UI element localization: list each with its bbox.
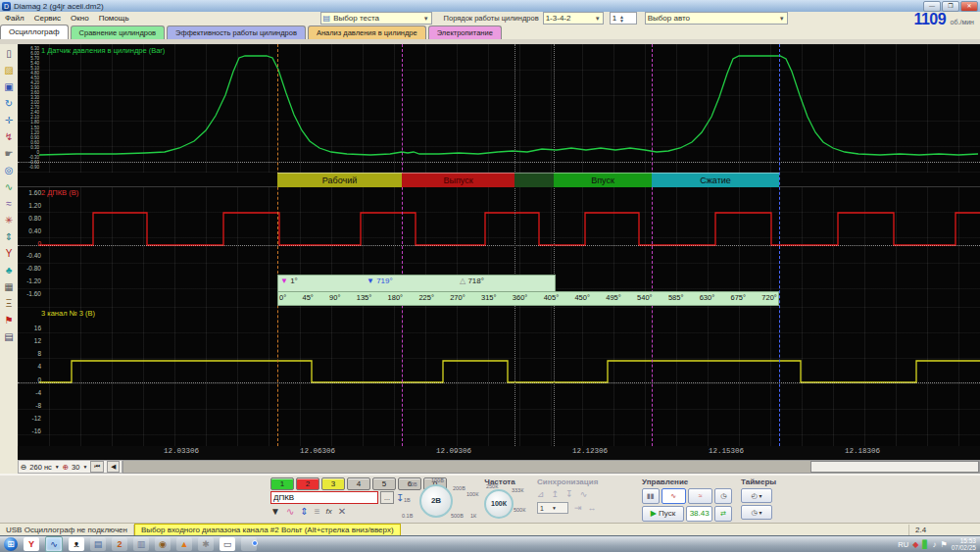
tab-oscilloscope[interactable]: Осциллограф	[0, 25, 69, 39]
cylinder-number-stepper[interactable]: 1▲▼	[610, 12, 637, 25]
pause-button[interactable]: ▮▮	[642, 488, 660, 504]
tab-power-supply[interactable]: Электропитание	[428, 25, 502, 39]
tab-cylinder-comparison[interactable]: Сравнение цилиндров	[71, 25, 166, 39]
minimize-button[interactable]: —	[923, 1, 941, 12]
filter-icon[interactable]: Y	[2, 246, 17, 261]
channel-button[interactable]: 1	[270, 477, 294, 490]
degree-marker-row[interactable]: ▼ 1° ▼ 719° △ 718°	[277, 275, 556, 292]
eye-app-icon[interactable]: ◉	[155, 537, 171, 551]
trigger-edge-icon[interactable]: ⊿	[537, 489, 545, 499]
tree-icon[interactable]: ♣	[2, 263, 17, 277]
frequency-dial[interactable]: 100К	[484, 489, 514, 519]
tab-cylinder-efficiency[interactable]: Эффективность работы цилиндров	[167, 25, 306, 39]
cursor-gray-2[interactable]	[554, 44, 555, 446]
chrome-icon[interactable]	[241, 537, 257, 551]
sync-source-combo[interactable]: 1▼	[537, 502, 568, 514]
diamag2-app-icon[interactable]: 2	[112, 537, 127, 551]
notes-app-icon[interactable]: ▤	[90, 537, 106, 551]
flag-icon[interactable]: ⚑	[2, 313, 17, 327]
cursor-blue[interactable]	[779, 44, 780, 446]
start-button[interactable]: ⊞	[4, 537, 18, 551]
lines-tool-icon[interactable]: ≡	[315, 506, 320, 517]
timer2-button[interactable]: ◷ ▾	[741, 505, 772, 520]
pulse-mode-button[interactable]: ≈	[688, 488, 712, 504]
file-manager-icon[interactable]: ▥	[133, 537, 149, 551]
probe-name-input[interactable]	[270, 491, 378, 504]
split-view-icon[interactable]: ⇕	[2, 229, 17, 244]
channel-button[interactable]: 3	[321, 477, 345, 490]
cursor-magenta-2[interactable]	[652, 44, 653, 446]
scrollbar-thumb[interactable]	[810, 461, 979, 473]
overlay-waves-icon[interactable]: ≈	[2, 196, 17, 211]
waveform-icon[interactable]: ∿	[2, 179, 17, 194]
vlc-icon[interactable]: ▲	[176, 537, 192, 551]
tray-volume-icon[interactable]: ♪	[933, 540, 937, 549]
wave-tool-icon[interactable]: ∿	[286, 506, 294, 517]
menu-help[interactable]: Помощь	[94, 14, 134, 23]
tray-flag-icon[interactable]: ⚑	[941, 540, 948, 549]
tray-shield-icon[interactable]: ◆	[912, 540, 918, 549]
marker-1deg[interactable]: ▼ 1°	[280, 276, 298, 285]
oscilloscope-display[interactable]: 1 Датчик давления в цилиндре (Bar) 6.306…	[18, 44, 980, 474]
settings-gears-icon[interactable]: ✱	[198, 537, 214, 551]
swap-button[interactable]: ⇄	[714, 506, 732, 522]
document-icon[interactable]: ▤	[2, 329, 17, 344]
menu-file[interactable]: Файл	[0, 14, 29, 23]
channel-button[interactable]: 2	[296, 477, 319, 490]
test-select-combo[interactable]: ▤ Выбор теста▼	[320, 12, 432, 25]
trigger-fall-icon[interactable]: ↧	[565, 489, 573, 499]
probe-tool-icon[interactable]: ▼	[270, 506, 280, 517]
diamag-app-icon[interactable]: ∿	[45, 536, 63, 552]
timer1-button[interactable]: ◴ ▾	[741, 488, 772, 503]
auto-select-combo[interactable]: Выбор авто▼	[645, 12, 788, 25]
zoom-in-icon[interactable]: ⊕	[63, 463, 69, 472]
cylinder-order-combo[interactable]: 1-3-4-2▼	[543, 12, 604, 25]
hourglass-icon[interactable]: Ξ	[2, 296, 17, 311]
chevron-down-icon[interactable]: ▼	[55, 464, 60, 470]
trigger-wave-icon[interactable]: ∿	[580, 489, 588, 499]
zoom-icon[interactable]: ◎	[2, 163, 17, 177]
cursor-magenta-1[interactable]	[402, 44, 403, 446]
new-file-icon[interactable]: ▯	[2, 46, 17, 61]
table-icon[interactable]: ▦	[2, 279, 17, 294]
start-button[interactable]: ▶ Пуск	[642, 506, 684, 522]
star-icon[interactable]: ✳	[2, 213, 17, 227]
zoom-value[interactable]: 30	[72, 463, 79, 472]
maximize-button[interactable]: ❐	[942, 1, 959, 12]
tray-chart-icon[interactable]: ▊	[922, 540, 928, 549]
sync-span-icon[interactable]: ↔	[588, 503, 597, 513]
curves-icon[interactable]: ↯	[2, 129, 17, 144]
alarm-clock-button[interactable]: ◷	[714, 488, 732, 504]
updown-tool-icon[interactable]: ⇕	[300, 506, 308, 517]
marker-719deg[interactable]: ▼ 719°	[367, 276, 393, 285]
timeline-scrollbar[interactable]	[122, 460, 980, 474]
wrench-tool-icon[interactable]: ✕	[338, 506, 346, 517]
move-icon[interactable]: ✛	[2, 113, 17, 127]
sync-shift-icon[interactable]: ⇥	[574, 503, 582, 513]
hand-pan-icon[interactable]: ☛	[2, 146, 17, 161]
fx-tool-icon[interactable]: fx	[326, 507, 332, 516]
marker-718deg[interactable]: △ 718°	[460, 276, 484, 285]
channel-button[interactable]: 5	[372, 477, 396, 490]
language-indicator[interactable]: RU	[898, 540, 908, 549]
timebase-value[interactable]: 260 нс	[29, 463, 52, 472]
menu-service[interactable]: Сервис	[29, 14, 66, 23]
step-back-button[interactable]: ◀	[107, 461, 120, 473]
save-icon[interactable]: ▣	[2, 79, 17, 94]
menu-window[interactable]: Окно	[66, 14, 94, 23]
yandex-browser-icon[interactable]: Y	[24, 537, 39, 551]
probe-more-button[interactable]: ...	[380, 491, 394, 504]
tab-pressure-analysis[interactable]: Анализ давления в цилиндре	[308, 25, 426, 39]
cat-app-icon[interactable]: ᴥ	[69, 537, 84, 551]
channel-button[interactable]: 4	[347, 477, 370, 490]
card-app-icon[interactable]: ▭	[220, 537, 235, 551]
zoom-out-icon[interactable]: ⊖	[21, 463, 26, 472]
go-first-button[interactable]: ⏮	[90, 461, 104, 473]
close-button[interactable]: ✕	[960, 1, 978, 12]
cursor-gray-1[interactable]	[514, 44, 515, 446]
cursor-orange[interactable]	[277, 44, 278, 446]
voltage-range-dial[interactable]: 2В	[419, 484, 453, 518]
refresh-icon[interactable]: ↻	[2, 96, 17, 111]
trigger-rise-icon[interactable]: ↥	[552, 489, 560, 499]
open-folder-icon[interactable]: ▨	[2, 63, 17, 77]
